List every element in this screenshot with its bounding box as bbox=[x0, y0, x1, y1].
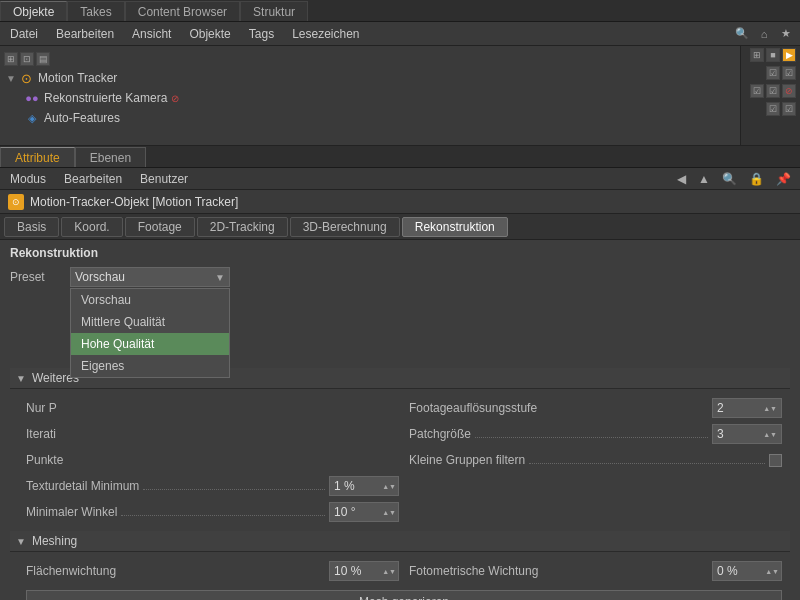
toolbar-icon-1[interactable]: ⊞ bbox=[4, 52, 18, 66]
subtab-koord[interactable]: Koord. bbox=[61, 217, 122, 237]
toolbar-icon-3[interactable]: ▤ bbox=[36, 52, 50, 66]
expand-icon[interactable]: ▼ bbox=[4, 71, 18, 85]
tab-objekte[interactable]: Objekte bbox=[0, 1, 67, 21]
tab-ebenen[interactable]: Ebenen bbox=[75, 147, 146, 167]
vis-icon-6[interactable]: ☑ bbox=[766, 102, 780, 116]
flaechen-input[interactable]: 10 % ▲▼ bbox=[329, 561, 399, 581]
vis-icon-1[interactable]: ☑ bbox=[766, 66, 780, 80]
subtab-rekonstruktion[interactable]: Rekonstruktion bbox=[402, 217, 508, 237]
flaechen-spinner[interactable]: ▲▼ bbox=[382, 568, 398, 575]
patch-input[interactable]: 3 ▲▼ bbox=[712, 424, 782, 444]
subtab-2d-tracking[interactable]: 2D-Tracking bbox=[197, 217, 288, 237]
kamera-label: Rekonstruierte Kamera bbox=[44, 91, 167, 105]
tree-item-auto-features[interactable]: ◈ Auto-Features bbox=[0, 108, 740, 128]
winkel-label: Minimaler Winkel bbox=[26, 505, 329, 519]
search-icon[interactable]: 🔍 bbox=[734, 26, 750, 42]
filter-checkbox[interactable] bbox=[769, 454, 782, 467]
dropdown-item-mittlere[interactable]: Mittlere Qualität bbox=[71, 311, 229, 333]
vis-icon-7[interactable]: ☑ bbox=[782, 102, 796, 116]
iteration-row: Iterati bbox=[26, 423, 399, 445]
menu-bar: Datei Bearbeiten Ansicht Objekte Tags Le… bbox=[0, 22, 800, 46]
weiteres-section: Nur P Iterati Punkte Texturdetail Minimu… bbox=[10, 393, 790, 531]
menu-icons: 🔍 ⌂ ★ bbox=[734, 26, 794, 42]
nav-up-icon[interactable]: ▲ bbox=[695, 172, 713, 186]
textur-spinner[interactable]: ▲▼ bbox=[382, 483, 398, 490]
dropdown-item-hohe[interactable]: Hohe Qualität bbox=[71, 333, 229, 355]
lock-icon[interactable]: 🔒 bbox=[746, 172, 767, 186]
bookmark-icon[interactable]: ★ bbox=[778, 26, 794, 42]
tree-row-icons-3: ☑ ☑ bbox=[741, 100, 800, 118]
meshing-right: Fotometrische Wichtung 0 % ▲▼ bbox=[409, 560, 782, 586]
object-tree-area: ⊞ ⊡ ▤ ▼ ⊙ Motion Tracker ●● Rekonstruier… bbox=[0, 46, 800, 146]
vis-icon-3[interactable]: ☑ bbox=[750, 84, 764, 98]
weiteres-arrow-icon: ▼ bbox=[16, 373, 26, 384]
attr-menu-modus[interactable]: Modus bbox=[6, 171, 50, 187]
pin-icon[interactable]: 📌 bbox=[773, 172, 794, 186]
sub-tab-bar: Basis Koord. Footage 2D-Tracking 3D-Bere… bbox=[0, 214, 800, 240]
tree-item-rekonstruierte-kamera[interactable]: ●● Rekonstruierte Kamera ⊘ bbox=[0, 88, 740, 108]
dropdown-item-eigenes[interactable]: Eigenes bbox=[71, 355, 229, 377]
winkel-spinner[interactable]: ▲▼ bbox=[382, 509, 398, 516]
vis-icon-4[interactable]: ☑ bbox=[766, 84, 780, 98]
meshing-header[interactable]: ▼ Meshing bbox=[10, 531, 790, 552]
tab-attribute[interactable]: Attribute bbox=[0, 147, 75, 167]
nur-punkte-label: Nur P bbox=[26, 401, 146, 415]
winkel-row: Minimaler Winkel 10 ° ▲▼ bbox=[26, 501, 399, 523]
kamera-tag-icon: ⊘ bbox=[171, 93, 179, 104]
menu-tags[interactable]: Tags bbox=[245, 26, 278, 42]
section-rekonstruktion: Rekonstruktion bbox=[10, 246, 790, 260]
subtab-3d-berechnung[interactable]: 3D-Berechnung bbox=[290, 217, 400, 237]
vis-icon-2[interactable]: ☑ bbox=[782, 66, 796, 80]
patch-row: Patchgröße 3 ▲▼ bbox=[409, 423, 782, 445]
foto-input[interactable]: 0 % ▲▼ bbox=[712, 561, 782, 581]
menu-objekte[interactable]: Objekte bbox=[185, 26, 234, 42]
tree-row-icons-1: ☑ ☑ bbox=[741, 64, 800, 82]
menu-datei[interactable]: Datei bbox=[6, 26, 42, 42]
dropdown-item-vorschau[interactable]: Vorschau bbox=[71, 289, 229, 311]
patch-label: Patchgröße bbox=[409, 427, 712, 441]
footage-spinner[interactable]: ▲▼ bbox=[763, 405, 777, 412]
subtab-footage[interactable]: Footage bbox=[125, 217, 195, 237]
punkte-label: Punkte bbox=[26, 453, 146, 467]
weiteres-left: Nur P Iterati Punkte Texturdetail Minimu… bbox=[26, 397, 399, 527]
footage-res-input[interactable]: 2 ▲▼ bbox=[712, 398, 782, 418]
foto-spinner[interactable]: ▲▼ bbox=[765, 568, 781, 575]
search-icon-attr[interactable]: 🔍 bbox=[719, 172, 740, 186]
kamera-icon: ●● bbox=[24, 90, 40, 106]
nur-punkte-row: Nur P bbox=[26, 397, 399, 419]
textur-label: Texturdetail Minimum bbox=[26, 479, 329, 493]
features-label: Auto-Features bbox=[44, 111, 120, 125]
tree-item-motion-tracker[interactable]: ▼ ⊙ Motion Tracker bbox=[0, 68, 740, 88]
menu-ansicht[interactable]: Ansicht bbox=[128, 26, 175, 42]
flaechen-label: Flächenwichtung bbox=[26, 564, 321, 578]
attr-menu-benutzer[interactable]: Benutzer bbox=[136, 171, 192, 187]
toolbar-icon-2[interactable]: ⊡ bbox=[20, 52, 34, 66]
preset-select[interactable]: Vorschau ▼ bbox=[70, 267, 230, 287]
vis-icon-5[interactable]: ⊘ bbox=[782, 84, 796, 98]
preset-row: Preset Vorschau ▼ Vorschau Mittlere Qual… bbox=[10, 266, 790, 288]
patch-spinner[interactable]: ▲▼ bbox=[763, 431, 777, 438]
filter-label: Kleine Gruppen filtern bbox=[409, 453, 769, 467]
tab-content-browser[interactable]: Content Browser bbox=[125, 1, 240, 21]
tree-right-panel: ⊞ ■ ▶ ☑ ☑ ☑ ☑ ⊘ ☑ ☑ bbox=[740, 46, 800, 145]
right-icon-1[interactable]: ⊞ bbox=[750, 48, 764, 62]
menu-lesezeichen[interactable]: Lesezeichen bbox=[288, 26, 363, 42]
textur-input[interactable]: 1 % ▲▼ bbox=[329, 476, 399, 496]
tab-struktur[interactable]: Struktur bbox=[240, 1, 308, 21]
preset-value: Vorschau bbox=[75, 270, 125, 284]
right-toolbar: ⊞ ■ ▶ bbox=[741, 46, 800, 64]
right-icon-3[interactable]: ▶ bbox=[782, 48, 796, 62]
attr-menu-bearbeiten[interactable]: Bearbeiten bbox=[60, 171, 126, 187]
nav-left-icon[interactable]: ◀ bbox=[674, 172, 689, 186]
motion-tracker-icon: ⊙ bbox=[18, 70, 34, 86]
menu-bearbeiten[interactable]: Bearbeiten bbox=[52, 26, 118, 42]
preset-label: Preset bbox=[10, 270, 70, 284]
winkel-input[interactable]: 10 ° ▲▼ bbox=[329, 502, 399, 522]
right-icon-2[interactable]: ■ bbox=[766, 48, 780, 62]
top-tab-bar: Objekte Takes Content Browser Struktur bbox=[0, 0, 800, 22]
home-icon[interactable]: ⌂ bbox=[756, 26, 772, 42]
subtab-basis[interactable]: Basis bbox=[4, 217, 59, 237]
meshing-section: Flächenwichtung 10 % ▲▼ Fotometrische Wi… bbox=[10, 556, 790, 600]
mesh-generieren-button[interactable]: Mesh generieren bbox=[26, 590, 782, 600]
tab-takes[interactable]: Takes bbox=[67, 1, 124, 21]
